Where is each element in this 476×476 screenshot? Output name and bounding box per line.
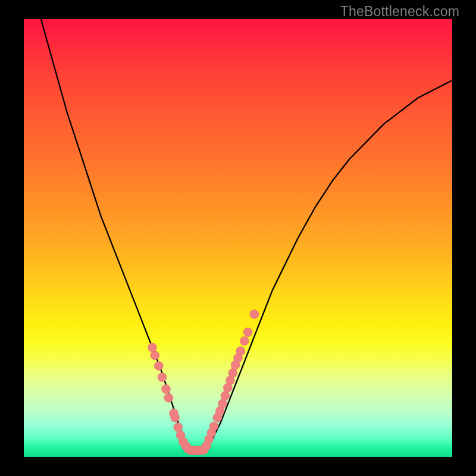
data-marker (243, 328, 252, 337)
data-marker (240, 336, 249, 345)
curve-path-group (41, 19, 452, 450)
data-marker (228, 368, 237, 377)
data-marker (250, 310, 259, 319)
data-marker (171, 413, 180, 422)
data-marker (221, 391, 230, 400)
data-marker (154, 361, 163, 370)
plot-area (24, 19, 452, 457)
chart-frame: TheBottleneck.com (0, 0, 476, 476)
bottleneck-curve (41, 19, 452, 450)
curve-svg (24, 19, 452, 457)
data-marker (151, 351, 159, 360)
data-marker (236, 346, 245, 355)
data-marker (164, 393, 173, 402)
watermark-text: TheBottleneck.com (340, 4, 459, 20)
data-marker (218, 399, 227, 408)
data-marker (174, 422, 183, 431)
data-marker (162, 384, 171, 393)
data-marker (148, 343, 157, 352)
data-marker (158, 373, 167, 382)
data-marker (209, 422, 218, 431)
